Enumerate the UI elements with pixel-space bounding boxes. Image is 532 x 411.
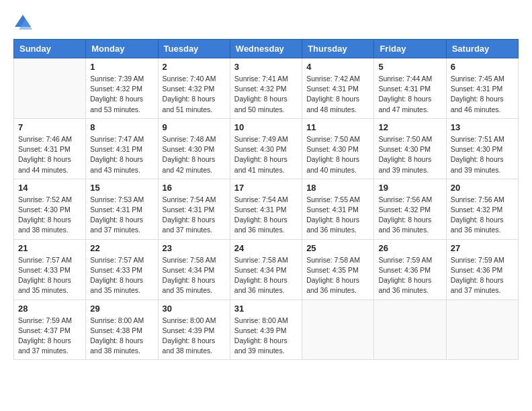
calendar-cell: 22Sunrise: 7:57 AM Sunset: 4:33 PM Dayli… bbox=[86, 239, 158, 300]
calendar-cell: 27Sunrise: 7:59 AM Sunset: 4:36 PM Dayli… bbox=[446, 239, 518, 300]
calendar-table: SundayMondayTuesdayWednesdayThursdayFrid… bbox=[13, 39, 519, 360]
calendar-cell: 16Sunrise: 7:54 AM Sunset: 4:31 PM Dayli… bbox=[158, 179, 230, 239]
day-number: 4 bbox=[306, 62, 369, 72]
calendar-cell: 2Sunrise: 7:40 AM Sunset: 4:32 PM Daylig… bbox=[158, 58, 230, 119]
page-header bbox=[13, 13, 519, 32]
calendar-cell bbox=[374, 300, 446, 360]
logo-icon bbox=[13, 13, 32, 32]
calendar-cell: 13Sunrise: 7:51 AM Sunset: 4:30 PM Dayli… bbox=[446, 118, 518, 179]
day-number: 11 bbox=[306, 122, 369, 132]
day-number: 20 bbox=[451, 183, 514, 193]
calendar-cell: 14Sunrise: 7:52 AM Sunset: 4:30 PM Dayli… bbox=[14, 179, 86, 239]
day-number: 21 bbox=[18, 243, 81, 253]
day-info: Sunrise: 7:41 AM Sunset: 4:32 PM Dayligh… bbox=[234, 74, 298, 115]
day-number: 10 bbox=[234, 122, 298, 132]
column-header-thursday: Thursday bbox=[302, 40, 374, 58]
day-number: 19 bbox=[378, 183, 441, 193]
day-number: 15 bbox=[90, 183, 153, 193]
calendar-header-row: SundayMondayTuesdayWednesdayThursdayFrid… bbox=[14, 40, 519, 58]
day-number: 12 bbox=[378, 122, 441, 132]
logo bbox=[13, 13, 35, 32]
day-number: 9 bbox=[163, 122, 226, 132]
day-info: Sunrise: 7:54 AM Sunset: 4:31 PM Dayligh… bbox=[163, 195, 226, 236]
calendar-cell: 9Sunrise: 7:48 AM Sunset: 4:30 PM Daylig… bbox=[158, 118, 230, 179]
column-header-wednesday: Wednesday bbox=[230, 40, 302, 58]
day-number: 28 bbox=[18, 304, 81, 314]
calendar-cell: 21Sunrise: 7:57 AM Sunset: 4:33 PM Dayli… bbox=[14, 239, 86, 300]
day-info: Sunrise: 7:48 AM Sunset: 4:30 PM Dayligh… bbox=[163, 134, 226, 175]
calendar-cell: 26Sunrise: 7:59 AM Sunset: 4:36 PM Dayli… bbox=[374, 239, 446, 300]
day-number: 5 bbox=[378, 62, 441, 72]
day-number: 18 bbox=[306, 183, 369, 193]
column-header-friday: Friday bbox=[374, 40, 446, 58]
calendar-cell: 31Sunrise: 8:00 AM Sunset: 4:39 PM Dayli… bbox=[230, 300, 302, 360]
calendar-cell: 12Sunrise: 7:50 AM Sunset: 4:30 PM Dayli… bbox=[374, 118, 446, 179]
day-number: 29 bbox=[90, 304, 153, 314]
column-header-monday: Monday bbox=[86, 40, 158, 58]
calendar-cell: 30Sunrise: 8:00 AM Sunset: 4:39 PM Dayli… bbox=[158, 300, 230, 360]
day-info: Sunrise: 7:44 AM Sunset: 4:31 PM Dayligh… bbox=[378, 74, 441, 115]
day-info: Sunrise: 7:58 AM Sunset: 4:35 PM Dayligh… bbox=[306, 255, 369, 296]
day-info: Sunrise: 7:45 AM Sunset: 4:31 PM Dayligh… bbox=[451, 74, 514, 115]
calendar-cell bbox=[446, 300, 518, 360]
calendar-cell: 7Sunrise: 7:46 AM Sunset: 4:31 PM Daylig… bbox=[14, 118, 86, 179]
calendar-cell: 25Sunrise: 7:58 AM Sunset: 4:35 PM Dayli… bbox=[302, 239, 374, 300]
calendar-cell: 17Sunrise: 7:54 AM Sunset: 4:31 PM Dayli… bbox=[230, 179, 302, 239]
day-info: Sunrise: 7:58 AM Sunset: 4:34 PM Dayligh… bbox=[234, 255, 298, 296]
column-header-tuesday: Tuesday bbox=[158, 40, 230, 58]
day-info: Sunrise: 7:57 AM Sunset: 4:33 PM Dayligh… bbox=[90, 255, 153, 296]
day-info: Sunrise: 7:49 AM Sunset: 4:30 PM Dayligh… bbox=[234, 134, 298, 175]
day-number: 2 bbox=[163, 62, 226, 72]
day-info: Sunrise: 7:59 AM Sunset: 4:37 PM Dayligh… bbox=[18, 316, 81, 357]
column-header-sunday: Sunday bbox=[14, 40, 86, 58]
day-number: 31 bbox=[234, 304, 298, 314]
calendar-cell: 4Sunrise: 7:42 AM Sunset: 4:31 PM Daylig… bbox=[302, 58, 374, 119]
day-info: Sunrise: 7:54 AM Sunset: 4:31 PM Dayligh… bbox=[234, 195, 298, 236]
week-row-1: 1Sunrise: 7:39 AM Sunset: 4:32 PM Daylig… bbox=[14, 58, 519, 119]
calendar-cell: 5Sunrise: 7:44 AM Sunset: 4:31 PM Daylig… bbox=[374, 58, 446, 119]
day-number: 1 bbox=[90, 62, 153, 72]
day-info: Sunrise: 7:59 AM Sunset: 4:36 PM Dayligh… bbox=[451, 255, 514, 296]
day-number: 17 bbox=[234, 183, 298, 193]
day-info: Sunrise: 7:39 AM Sunset: 4:32 PM Dayligh… bbox=[90, 74, 153, 115]
day-info: Sunrise: 7:50 AM Sunset: 4:30 PM Dayligh… bbox=[306, 134, 369, 175]
day-number: 6 bbox=[451, 62, 514, 72]
day-number: 8 bbox=[90, 122, 153, 132]
day-number: 14 bbox=[18, 183, 81, 193]
week-row-5: 28Sunrise: 7:59 AM Sunset: 4:37 PM Dayli… bbox=[14, 300, 519, 360]
column-header-saturday: Saturday bbox=[446, 40, 518, 58]
calendar-cell: 6Sunrise: 7:45 AM Sunset: 4:31 PM Daylig… bbox=[446, 58, 518, 119]
calendar-cell: 20Sunrise: 7:56 AM Sunset: 4:32 PM Dayli… bbox=[446, 179, 518, 239]
day-info: Sunrise: 7:58 AM Sunset: 4:34 PM Dayligh… bbox=[163, 255, 226, 296]
calendar-cell: 29Sunrise: 8:00 AM Sunset: 4:38 PM Dayli… bbox=[86, 300, 158, 360]
calendar-cell: 3Sunrise: 7:41 AM Sunset: 4:32 PM Daylig… bbox=[230, 58, 302, 119]
day-number: 30 bbox=[163, 304, 226, 314]
calendar-cell: 23Sunrise: 7:58 AM Sunset: 4:34 PM Dayli… bbox=[158, 239, 230, 300]
week-row-4: 21Sunrise: 7:57 AM Sunset: 4:33 PM Dayli… bbox=[14, 239, 519, 300]
day-info: Sunrise: 8:00 AM Sunset: 4:38 PM Dayligh… bbox=[90, 316, 153, 357]
calendar-cell: 1Sunrise: 7:39 AM Sunset: 4:32 PM Daylig… bbox=[86, 58, 158, 119]
calendar-cell: 18Sunrise: 7:55 AM Sunset: 4:31 PM Dayli… bbox=[302, 179, 374, 239]
day-info: Sunrise: 7:51 AM Sunset: 4:30 PM Dayligh… bbox=[451, 134, 514, 175]
day-info: Sunrise: 8:00 AM Sunset: 4:39 PM Dayligh… bbox=[234, 316, 298, 357]
calendar-cell: 8Sunrise: 7:47 AM Sunset: 4:31 PM Daylig… bbox=[86, 118, 158, 179]
calendar-cell bbox=[14, 58, 86, 119]
day-info: Sunrise: 7:40 AM Sunset: 4:32 PM Dayligh… bbox=[163, 74, 226, 115]
calendar-cell bbox=[302, 300, 374, 360]
week-row-3: 14Sunrise: 7:52 AM Sunset: 4:30 PM Dayli… bbox=[14, 179, 519, 239]
calendar-cell: 28Sunrise: 7:59 AM Sunset: 4:37 PM Dayli… bbox=[14, 300, 86, 360]
day-number: 26 bbox=[378, 243, 441, 253]
day-number: 27 bbox=[451, 243, 514, 253]
calendar-cell: 10Sunrise: 7:49 AM Sunset: 4:30 PM Dayli… bbox=[230, 118, 302, 179]
day-info: Sunrise: 8:00 AM Sunset: 4:39 PM Dayligh… bbox=[163, 316, 226, 357]
day-number: 16 bbox=[163, 183, 226, 193]
day-number: 25 bbox=[306, 243, 369, 253]
day-info: Sunrise: 7:50 AM Sunset: 4:30 PM Dayligh… bbox=[378, 134, 441, 175]
day-info: Sunrise: 7:42 AM Sunset: 4:31 PM Dayligh… bbox=[306, 74, 369, 115]
day-info: Sunrise: 7:53 AM Sunset: 4:31 PM Dayligh… bbox=[90, 195, 153, 236]
day-number: 23 bbox=[163, 243, 226, 253]
day-info: Sunrise: 7:47 AM Sunset: 4:31 PM Dayligh… bbox=[90, 134, 153, 175]
day-info: Sunrise: 7:56 AM Sunset: 4:32 PM Dayligh… bbox=[451, 195, 514, 236]
day-number: 13 bbox=[451, 122, 514, 132]
day-info: Sunrise: 7:56 AM Sunset: 4:32 PM Dayligh… bbox=[378, 195, 441, 236]
